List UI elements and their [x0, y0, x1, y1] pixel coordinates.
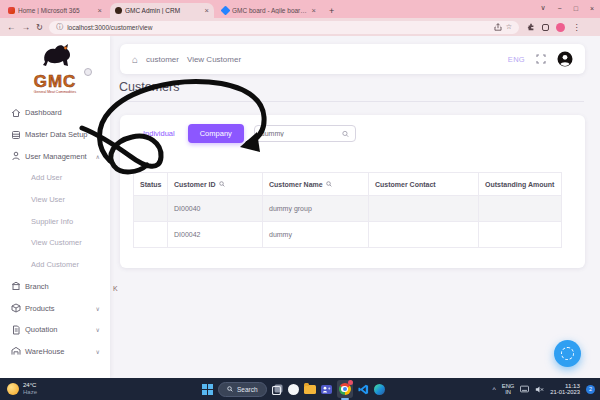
tab-title: Home | Microsoft 365: [18, 7, 95, 14]
pinned-extension-icon[interactable]: [542, 24, 549, 31]
sidebar-item-label: WareHouse: [25, 347, 64, 356]
table-row[interactable]: DI00040 dummy group: [134, 196, 562, 222]
sidebar-item-add-customer[interactable]: Add Customer: [0, 254, 110, 276]
sidebar-item-supplier-info[interactable]: Supplier Info: [0, 210, 110, 232]
bull-logo-icon: [38, 42, 72, 68]
cell-status: [134, 222, 168, 248]
sidebar-item-label: Master Data Setup: [25, 130, 88, 139]
sidebar-subitem-label: Supplier Info: [31, 217, 73, 226]
sidebar-item-user-management[interactable]: User Management ∧: [0, 145, 110, 167]
sidebar-item-master-data-setup[interactable]: Master Data Setup: [0, 124, 110, 146]
chrome-icon-active[interactable]: [337, 380, 353, 398]
cell-status: [134, 196, 168, 222]
sidebar-item-add-user[interactable]: Add User: [0, 167, 110, 189]
touch-keyboard-icon[interactable]: [520, 385, 529, 393]
language-indicator[interactable]: ENG IN: [502, 383, 515, 396]
forward-icon[interactable]: →: [22, 23, 31, 32]
col-outstanding-amount[interactable]: Outstanding Amount: [479, 173, 562, 196]
customers-table: Status Customer ID Customer Name Custome…: [133, 172, 562, 248]
tab-close-icon[interactable]: ×: [312, 6, 316, 15]
taskbar-clock[interactable]: 11:13 21-01-2023: [550, 382, 580, 396]
column-search-icon[interactable]: [219, 181, 225, 187]
sidebar-item-view-user[interactable]: View User: [0, 189, 110, 211]
col-label: Customer ID: [174, 181, 216, 188]
taskbar-search[interactable]: Search: [218, 382, 267, 397]
browser-tab-jira[interactable]: GMC board - Agile board - Jira ×: [217, 3, 321, 18]
breadcrumb-section[interactable]: customer: [146, 55, 179, 64]
windows-start-icon[interactable]: [202, 384, 213, 395]
browser-tab-strip: Home | Microsoft 365 × GMC Admin | CRM ×…: [0, 0, 600, 18]
sidebar-item-branch[interactable]: Branch: [0, 276, 110, 298]
vscode-icon[interactable]: [358, 384, 369, 395]
tab-individual[interactable]: Individual: [130, 129, 188, 138]
cell-customer-name: dummy: [263, 222, 369, 248]
browser-tab-m365[interactable]: Home | Microsoft 365 ×: [3, 3, 107, 18]
date-text: 21-01-2023: [550, 389, 580, 396]
breadcrumb-home-icon[interactable]: ⌂: [132, 54, 138, 65]
theme-customizer-fab[interactable]: [554, 340, 581, 367]
fullscreen-icon[interactable]: [536, 54, 546, 64]
search-icon: [227, 386, 233, 392]
back-icon[interactable]: ←: [7, 23, 16, 32]
taskbar-weather-widget[interactable]: 24°C Haze: [7, 378, 37, 400]
file-explorer-icon[interactable]: [304, 385, 316, 394]
window-menu-icon[interactable]: ∨: [540, 4, 545, 12]
m365-favicon-icon: [8, 7, 15, 14]
tab-close-icon[interactable]: ×: [205, 6, 209, 15]
dashboard-home-icon: [11, 108, 25, 118]
cell-outstanding-amount: [479, 222, 562, 248]
site-info-icon[interactable]: ⓘ: [56, 22, 63, 32]
chevron-down-icon: ∨: [96, 326, 100, 333]
task-view-icon[interactable]: [272, 384, 283, 395]
address-bar[interactable]: ⓘ localhost:3000/customer/view ☆: [49, 21, 519, 34]
sidebar-item-label: Quotation: [25, 325, 58, 334]
tab-title: GMC board - Agile board - Jira: [232, 7, 309, 14]
tab-close-icon[interactable]: ×: [98, 6, 102, 15]
col-status[interactable]: Status: [134, 173, 168, 196]
cell-outstanding-amount: [479, 196, 562, 222]
edge-icon[interactable]: [374, 384, 385, 395]
search-icon[interactable]: [342, 130, 349, 138]
reload-icon[interactable]: ↻: [36, 23, 43, 32]
sidebar-pin-toggle[interactable]: [84, 68, 92, 76]
column-search-icon[interactable]: [326, 181, 332, 187]
sidebar-menu: Dashboard Master Data Setup User Managem…: [0, 102, 110, 362]
language-switcher[interactable]: ENG: [508, 55, 525, 64]
sidebar-subitem-label: View User: [31, 195, 65, 204]
window-close-icon[interactable]: ×: [590, 5, 594, 12]
extensions-puzzle-icon[interactable]: [527, 23, 535, 31]
search-input[interactable]: [261, 130, 338, 137]
window-minimize-icon[interactable]: −: [558, 5, 562, 12]
sidebar-item-label: Branch: [25, 282, 49, 291]
teams-icon[interactable]: [321, 384, 332, 395]
table-row[interactable]: DI00042 dummy: [134, 222, 562, 248]
weather-temp: 24°C: [23, 382, 37, 389]
share-icon[interactable]: [494, 23, 502, 31]
sidebar-item-warehouse[interactable]: WareHouse ∨: [0, 341, 110, 363]
cell-customer-id: DI00042: [168, 222, 263, 248]
col-customer-id[interactable]: Customer ID: [168, 173, 263, 196]
browser-tab-gmc-admin[interactable]: GMC Admin | CRM ×: [110, 3, 214, 18]
sidebar-item-view-customer[interactable]: View Customer: [0, 232, 110, 254]
taskbar-app-icon[interactable]: [288, 384, 299, 395]
tab-company[interactable]: Company: [188, 124, 244, 143]
chrome-notification-badge: [348, 380, 353, 385]
lang-region: IN: [505, 389, 511, 395]
sidebar-item-quotation[interactable]: Quotation ∨: [0, 319, 110, 341]
browser-menu-kebab-icon[interactable]: ⋮: [572, 23, 581, 32]
window-maximize-icon[interactable]: □: [574, 5, 578, 12]
box-icon: [11, 303, 25, 313]
gmc-logo: GMC General Meat Commodities: [0, 36, 110, 96]
browser-profile-avatar[interactable]: [556, 23, 565, 32]
notification-badge[interactable]: 2: [586, 385, 595, 394]
new-tab-button[interactable]: +: [329, 6, 334, 16]
tray-expand-caret[interactable]: ^: [492, 386, 495, 393]
user-avatar[interactable]: [557, 51, 573, 67]
speaker-muted-icon[interactable]: [535, 385, 544, 394]
bookmark-star-icon[interactable]: ☆: [506, 23, 512, 31]
col-customer-name[interactable]: Customer Name: [263, 173, 369, 196]
sidebar-item-dashboard[interactable]: Dashboard: [0, 102, 110, 124]
customer-search-box[interactable]: [254, 125, 356, 142]
sidebar-item-products[interactable]: Products ∨: [0, 297, 110, 319]
col-customer-contact[interactable]: Customer Contact: [369, 173, 479, 196]
